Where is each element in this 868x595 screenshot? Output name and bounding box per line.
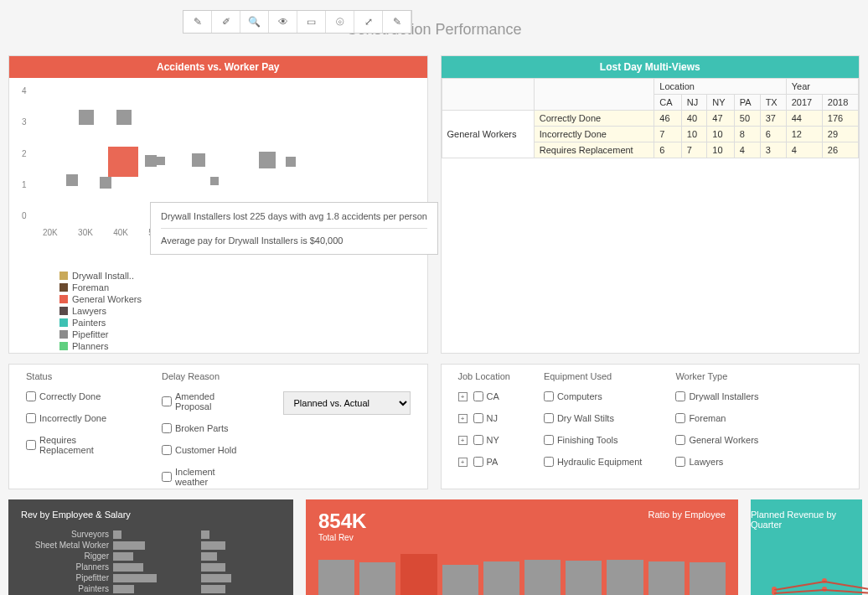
scatter-point[interactable] [259, 152, 276, 168]
checkbox-amended-proposal[interactable]: Amended Proposal [162, 391, 250, 411]
checkbox-incorrectly-done[interactable]: Incorrectly Done [26, 413, 128, 423]
scatter-point[interactable] [195, 157, 204, 165]
checkbox-correctly-done[interactable]: Correctly Done [26, 391, 128, 401]
select-box-icon[interactable]: ▭ [297, 11, 326, 33]
planned-vs-actual-select[interactable]: Planned vs. Actual [283, 391, 411, 415]
scatter-legend: Drywall Install.. Foreman General Worker… [59, 271, 142, 353]
scatter-tooltip: Drywall Installers lost 225 days with av… [150, 202, 438, 255]
scatter-point[interactable] [145, 155, 157, 167]
scatter-point[interactable] [286, 157, 296, 167]
scatter-title: Accidents vs. Worker Pay [9, 56, 427, 78]
scatter-point[interactable] [100, 177, 111, 189]
checkbox-requires-replacement[interactable]: Requires Replacement [26, 435, 128, 455]
scatter-point[interactable] [116, 110, 132, 125]
scatter-point[interactable] [66, 174, 78, 186]
expand-nj[interactable]: +NJ [458, 413, 510, 423]
edit-icon[interactable]: ✎ [383, 11, 411, 33]
scatter-point[interactable] [79, 110, 94, 125]
checkbox-broken-parts[interactable]: Broken Parts [162, 423, 250, 433]
expand-ny[interactable]: +NY [458, 435, 510, 445]
filters-right: Job Location +CA +NJ +NY +PA Equipment U… [441, 364, 860, 489]
zoom-icon[interactable]: 🔍 [240, 11, 269, 33]
checkbox-drywall-stilts[interactable]: Dry Wall Stilts [544, 413, 643, 423]
table-row[interactable]: General Workers Correctly Done 464047503… [442, 111, 859, 127]
scatter-point-highlight[interactable] [108, 147, 138, 177]
rev-employee-panel: Rev by Employee & Salary SurveyorsSheet … [8, 499, 293, 595]
scatter-point[interactable] [157, 157, 165, 165]
pencil-icon[interactable]: ✎ [183, 11, 212, 33]
eye-off-icon[interactable]: 👁 [269, 11, 297, 33]
chart-toolbar: ✎ ✐ 🔍 👁 ▭ ⦾ ⤢ ✎ [183, 10, 412, 34]
expand-pa[interactable]: +PA [458, 457, 510, 467]
checkbox-hydraulic[interactable]: Hydraulic Equipment [544, 457, 643, 467]
ratio-bars[interactable] [318, 554, 726, 595]
page-title: Construction Performance [8, 8, 860, 55]
checkbox-foreman[interactable]: Foreman [675, 413, 758, 423]
checkbox-customer-hold[interactable]: Customer Hold [162, 445, 250, 455]
checkbox-inclement-weather[interactable]: Inclement weather [162, 467, 250, 487]
ratio-panel: 854K Total Rev Ratio by Employee Drywall… [306, 499, 738, 595]
scatter-point[interactable] [210, 177, 219, 185]
line-chart[interactable] [763, 535, 850, 595]
rev-title: Rev by Employee & Salary [21, 510, 281, 520]
total-rev-label: Total Rev [318, 533, 726, 542]
lasso-icon[interactable]: ⦾ [326, 11, 354, 33]
scatter-panel: Accidents vs. Worker Pay ✎ ✐ 🔍 👁 ▭ ⦾ ⤢ ✎… [8, 55, 428, 354]
expand-icon[interactable]: ⤢ [354, 11, 383, 33]
filters-left: Status Correctly Done Incorrectly Done R… [8, 364, 428, 489]
lost-day-table: Location Year CA NJ NY PA TX 2017 2018 G… [442, 78, 860, 158]
ratio-title: Ratio by Employee [648, 510, 726, 520]
lost-day-panel: Lost Day Multi-Views Location Year CA NJ… [441, 55, 860, 354]
checkbox-lawyers[interactable]: Lawyers [675, 457, 758, 467]
planned-title: Planned Revenue by Quarter [751, 510, 850, 530]
checkbox-drywall-installers[interactable]: Drywall Installers [675, 391, 758, 401]
planned-revenue-panel: Planned Revenue by Quarter 2017 3rd4th20… [751, 499, 862, 595]
checkbox-finishing-tools[interactable]: Finishing Tools [544, 435, 643, 445]
magic-pencil-icon[interactable]: ✐ [212, 11, 240, 33]
expand-ca[interactable]: +CA [458, 391, 510, 401]
checkbox-general-workers[interactable]: General Workers [675, 435, 758, 445]
checkbox-computers[interactable]: Computers [544, 391, 643, 401]
y-axis: 01234 [22, 86, 27, 220]
lost-day-title: Lost Day Multi-Views [442, 56, 860, 78]
